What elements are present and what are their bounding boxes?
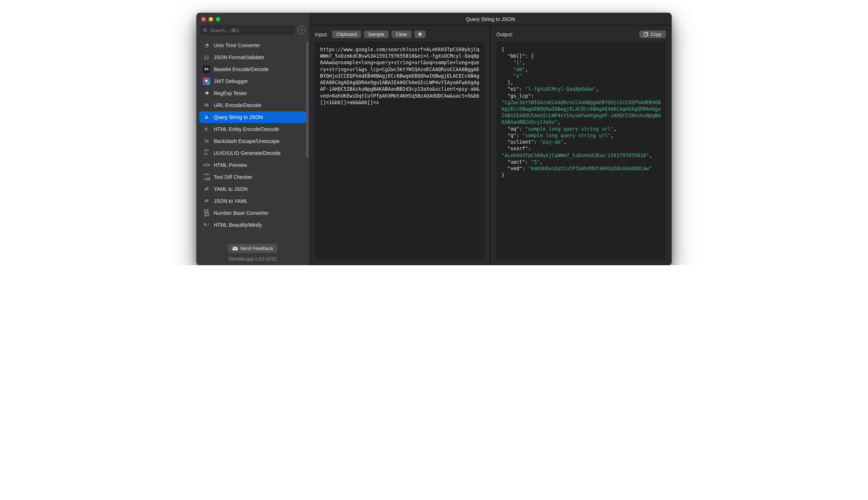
sidebar-item-html-beautify-minify[interactable]: ✎⁺HTML Beautify/Minify xyxy=(199,219,306,231)
filter-icon xyxy=(299,28,304,32)
sidebar-item-jwt-debugger[interactable]: ✱JWT Debugger xyxy=(199,75,306,87)
sidebar-item-backslash-escape-unescape[interactable]: \nBackslash Escape/Unescape xyxy=(199,135,306,147)
sidebar-item-label: UUID/ULID Generate/Decode xyxy=(214,150,281,156)
percent-icon: % xyxy=(203,102,210,109)
b64-icon: 64 xyxy=(203,66,210,73)
sidebar-item-label: Base64 Encode/Decode xyxy=(214,66,269,72)
sidebar-item-label: Backslash Escape/Unescape xyxy=(214,138,279,144)
bits-icon: 01 10 xyxy=(203,209,210,217)
swap-icon: ⇄ xyxy=(203,197,210,205)
page-title: Query String to JSON xyxy=(309,13,672,25)
tool-list: ◔Unix Time Converter{,}JSON Format/Valid… xyxy=(196,38,309,242)
svg-rect-5 xyxy=(644,33,647,36)
sidebar-item-label: JWT Debugger xyxy=(214,78,248,84)
clock-icon: ◔ xyxy=(203,42,210,49)
sidebar-item-html-preview[interactable]: </>HTML Preview xyxy=(199,159,306,171)
hash-icon: #; xyxy=(203,126,210,133)
sidebar-item-label: HTML Preview xyxy=(214,162,247,168)
gear-icon: ✱ xyxy=(418,32,422,37)
sample-button[interactable]: Sample xyxy=(364,30,389,38)
swap-icon: ⇄ xyxy=(203,185,210,193)
output-pane: Output: Copy { "bb[]": [ "1", "ab", "x" … xyxy=(490,25,672,265)
code-icon: </> xyxy=(203,161,210,169)
wand-icon: ✎⁺ xyxy=(203,221,210,229)
output-label: Output: xyxy=(496,32,513,37)
sidebar-item-label: Query String to JSON xyxy=(214,114,263,120)
clear-button[interactable]: Clear xyxy=(392,30,412,38)
amp-icon: & xyxy=(203,114,210,121)
input-textarea[interactable]: https://www.google.com/search?sxsrf=ALeK… xyxy=(315,42,484,259)
copy-label: Copy xyxy=(651,32,662,37)
send-feedback-label: Send Feedback xyxy=(240,246,273,251)
sidebar-item-regexp-tester[interactable]: ·✱RegExp Tester xyxy=(199,87,306,99)
search-placeholder: Search... (⌘/) xyxy=(210,28,239,33)
sidebar-item-number-base-converter[interactable]: 01 10Number Base Converter xyxy=(199,207,306,219)
sidebar: Search... (⌘/) ◔Unix Time Converter{,}JS… xyxy=(196,13,309,265)
sidebar-item-label: YAML to JSON xyxy=(214,186,247,192)
clipboard-button[interactable]: Clipboard xyxy=(332,30,361,38)
sidebar-item-label: RegExp Tester xyxy=(214,90,247,96)
search-icon xyxy=(203,28,208,33)
input-pane: Input: Clipboard Sample Clear ✱ https://… xyxy=(309,25,490,265)
sidebar-item-label: HTML Beautify/Minify xyxy=(214,222,262,228)
version-label: DevUtils.app 1.9.0 (67D) xyxy=(196,254,309,265)
app-window: Search... (⌘/) ◔Unix Time Converter{,}JS… xyxy=(196,13,672,265)
sidebar-item-unix-time-converter[interactable]: ◔Unix Time Converter xyxy=(199,40,306,51)
sidebar-item-label: URL Encode/Decode xyxy=(214,102,261,108)
diff-icon: ⁺ᵃᵇ ₋cd xyxy=(203,173,210,181)
settings-button[interactable]: ✱ xyxy=(414,30,426,38)
copy-button[interactable]: Copy xyxy=(639,30,666,38)
uuid-icon: ᵁᵁ ᴵᴰ xyxy=(203,149,210,157)
braces-icon: {,} xyxy=(203,54,210,61)
sidebar-item-label: HTML Entity Encode/Decode xyxy=(214,126,279,132)
copy-icon xyxy=(644,32,648,37)
sidebar-item-url-encode-decode[interactable]: %URL Encode/Decode xyxy=(199,99,306,111)
jwt-icon: ✱ xyxy=(203,78,210,85)
search-input[interactable]: Search... (⌘/) xyxy=(200,25,295,35)
sidebar-item-label: JSON to YAML xyxy=(214,198,248,204)
sidebar-item-query-string-to-json[interactable]: &Query String to JSON xyxy=(199,111,306,123)
input-label: Input: xyxy=(315,32,328,37)
sidebar-item-label: JSON Format/Validate xyxy=(214,54,264,60)
fullscreen-window-button[interactable] xyxy=(216,17,220,21)
sidebar-item-json-to-yaml[interactable]: ⇄JSON to YAML xyxy=(199,195,306,207)
backslash-icon: \n xyxy=(203,138,210,145)
sidebar-item-uuid-ulid-generate-decode[interactable]: ᵁᵁ ᴵᴰUUID/ULID Generate/Decode xyxy=(199,147,306,159)
sidebar-item-label: Unix Time Converter xyxy=(214,42,260,48)
mail-icon xyxy=(232,246,238,251)
main-panel: Query String to JSON Input: Clipboard Sa… xyxy=(309,13,672,265)
window-controls xyxy=(196,13,309,25)
sidebar-item-html-entity-encode-decode[interactable]: #;HTML Entity Encode/Decode xyxy=(199,123,306,135)
regex-icon: ·✱ xyxy=(203,90,210,97)
output-view[interactable]: { "bb[]": [ "1", "ab", "x" ], "ei": "l-f… xyxy=(496,42,666,259)
sidebar-item-yaml-to-json[interactable]: ⇄YAML to JSON xyxy=(199,183,306,195)
sidebar-item-text-diff-checker[interactable]: ⁺ᵃᵇ ₋cdText Diff Checker xyxy=(199,171,306,183)
sidebar-scrollbar[interactable] xyxy=(306,42,308,158)
sidebar-item-base64-encode-decode[interactable]: 64Base64 Encode/Decode xyxy=(199,63,306,75)
svg-rect-3 xyxy=(233,247,238,250)
filter-button[interactable] xyxy=(298,26,306,34)
close-window-button[interactable] xyxy=(201,17,206,21)
sidebar-item-label: Number Base Converter xyxy=(214,210,269,216)
sidebar-item-json-format-validate[interactable]: {,}JSON Format/Validate xyxy=(199,52,306,63)
sidebar-item-label: Text Diff Checker xyxy=(214,174,252,180)
minimize-window-button[interactable] xyxy=(209,17,213,21)
send-feedback-button[interactable]: Send Feedback xyxy=(228,244,278,253)
